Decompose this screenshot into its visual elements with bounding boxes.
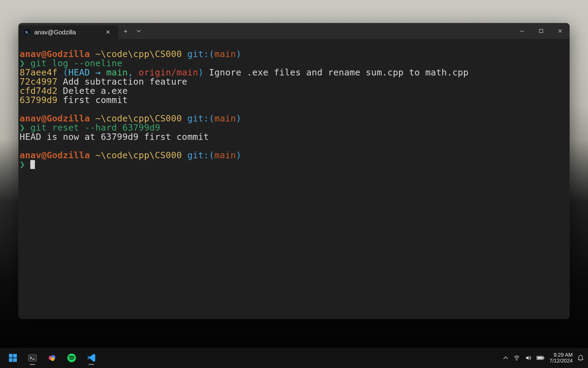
taskbar: 9:29 AM 7/12/2024 [0,348,588,368]
volume-icon[interactable] [525,355,532,361]
svg-point-10 [51,357,55,361]
battery-icon[interactable] [537,355,545,361]
prompt-path: ~\code\cpp\CS000 [95,150,182,160]
notifications-button[interactable] [578,355,584,361]
wifi-icon [513,355,520,361]
new-tab-button[interactable]: ＋ [118,23,133,39]
svg-rect-7 [32,359,35,359]
prompt-userhost: anav@Godzilla [20,113,90,124]
svg-rect-15 [537,357,543,359]
prompt-branch: main [214,150,236,160]
prompt-path: ~\code\cpp\CS000 [95,49,182,59]
command-git-reset: git reset --hard 63799d9 [30,122,160,133]
taskbar-app-spotify[interactable] [63,350,80,366]
ref-remote: origin/main [139,67,198,78]
copilot-icon [47,353,57,363]
titlebar[interactable]: anav@Godzilla ✕ ＋ [18,23,570,39]
prompt-symbol: ❯ [20,58,25,68]
chevron-up-icon [503,355,508,361]
terminal-output[interactable]: anav@Godzilla ~\code\cpp\CS000 git:(main… [18,39,570,319]
taskbar-app-terminal[interactable] [24,350,41,366]
commit-hash: 63799d9 [20,95,58,105]
commit-message: Delete a.exe [63,86,128,96]
taskbar-app-copilot[interactable] [43,350,61,366]
maximize-icon [539,29,543,33]
terminal-window: anav@Godzilla ✕ ＋ anav@Godzilla ~\cod [18,23,570,319]
close-icon [558,29,562,33]
svg-rect-0 [520,31,524,31]
tab-close-button[interactable]: ✕ [103,28,113,37]
window-controls [513,23,570,39]
commit-message: Ignore .exe files and rename sum.cpp to … [209,67,469,78]
commit-message: Add subtraction feature [63,76,187,87]
clock-time: 9:29 AM [549,352,573,358]
commit-message: first commit [63,95,128,105]
desktop-background: anav@Godzilla ✕ ＋ anav@Godzilla ~\cod [0,0,588,368]
taskbar-app-vscode[interactable] [83,350,100,366]
svg-rect-4 [9,358,13,362]
tab-title: anav@Godzilla [34,29,76,36]
taskbar-clock[interactable]: 9:29 AM 7/12/2024 [549,352,573,364]
vscode-icon [86,353,96,363]
wifi-icon[interactable] [513,355,520,361]
command-git-log: git log --oneline [30,58,122,68]
prompt-git-label: git: [187,150,209,160]
svg-point-12 [516,360,517,361]
battery-icon [537,355,545,361]
powershell-icon [24,29,31,36]
start-button[interactable] [4,350,21,366]
minimize-icon [520,29,524,33]
clock-date: 7/12/2024 [549,358,573,364]
svg-rect-14 [544,357,545,359]
chevron-down-icon [136,29,141,33]
prompt-branch: main [214,113,236,124]
prompt-symbol: ❯ [20,122,25,133]
tab-dropdown-button[interactable] [133,23,145,39]
tray-overflow-button[interactable] [503,355,508,361]
prompt-branch: main [214,49,236,59]
commit-hash: cfd74d2 [20,86,58,96]
prompt-userhost: anav@Godzilla [20,150,90,160]
cursor [30,160,35,169]
ref-arrow: → [95,67,101,78]
svg-rect-6 [28,355,36,361]
close-button[interactable] [551,23,570,39]
prompt-path: ~\code\cpp\CS000 [95,113,182,124]
minimize-button[interactable] [513,23,532,39]
system-tray: 9:29 AM 7/12/2024 [503,352,584,364]
bell-icon [578,355,584,361]
speaker-icon [525,355,532,361]
svg-rect-3 [13,354,17,358]
ref-local: main [106,67,128,78]
terminal-icon [28,353,37,363]
ref-head: HEAD [68,67,90,78]
svg-rect-2 [9,354,13,358]
terminal-tab[interactable]: anav@Godzilla ✕ [18,25,118,39]
commit-hash: 72c4997 [20,76,58,87]
reset-output: HEAD is now at 63799d9 first commit [20,132,209,142]
windows-icon [8,353,18,363]
prompt-symbol: ❯ [20,159,25,170]
svg-rect-5 [13,358,17,362]
prompt-git-label: git: [187,49,209,59]
prompt-userhost: anav@Godzilla [20,49,90,59]
prompt-git-label: git: [187,113,209,124]
maximize-button[interactable] [532,23,551,39]
titlebar-drag-region[interactable] [145,23,513,39]
spotify-icon [67,353,77,363]
commit-hash: 87aee4f [20,67,58,78]
svg-rect-1 [540,29,543,33]
